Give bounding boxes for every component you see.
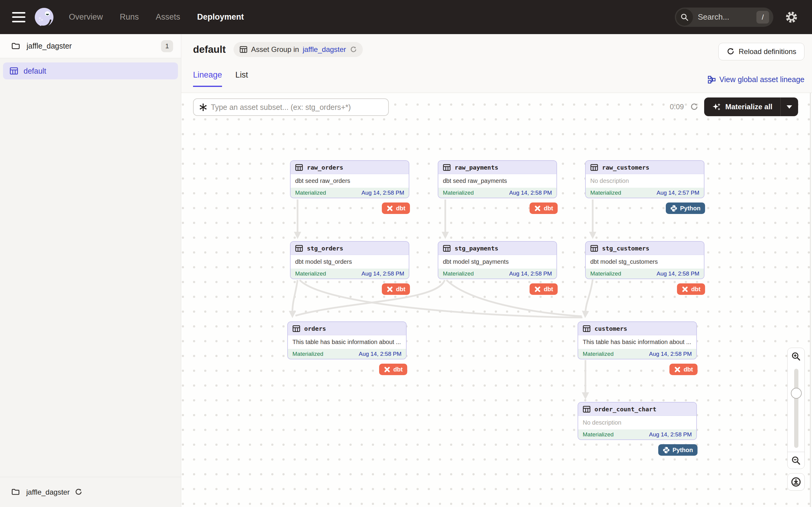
dbt-kind-badge[interactable]: dbt — [669, 363, 698, 375]
code-location-sidebar: jaffle_dagster 1 default jaffle_dagster — [0, 34, 181, 507]
asset-group-icon — [240, 46, 247, 53]
tab-list[interactable]: List — [235, 70, 248, 87]
nav-item-deployment[interactable]: Deployment — [197, 12, 244, 22]
kind-badge-label: Python — [672, 447, 693, 454]
reload-definitions-button[interactable]: Reload definitions — [718, 43, 804, 60]
asset-timestamp: Aug 14, 2:58 PM — [656, 270, 699, 277]
zoom-slider[interactable] — [787, 364, 805, 452]
asset-timestamp: Aug 14, 2:58 PM — [509, 189, 552, 196]
scrollbar-track[interactable] — [810, 93, 811, 507]
nav-item-runs[interactable]: Runs — [120, 12, 139, 22]
dbt-kind-badge[interactable]: dbt — [529, 283, 558, 295]
asset-status: Materialized — [583, 351, 614, 357]
dbt-kind-badge[interactable]: dbt — [529, 203, 558, 214]
python-kind-badge[interactable]: Python — [658, 444, 698, 456]
chevron-down-icon — [786, 105, 792, 109]
view-tabs: Lineage List — [193, 70, 248, 87]
asset-name: orders — [304, 325, 326, 332]
asset-status: Materialized — [590, 189, 621, 196]
table-icon — [295, 164, 303, 171]
export-image-button[interactable] — [787, 473, 805, 491]
refresh-icon[interactable] — [350, 46, 357, 53]
folder-icon — [11, 488, 20, 496]
asset-name: raw_orders — [307, 164, 343, 171]
dbt-icon — [674, 366, 681, 373]
folder-icon — [11, 42, 20, 50]
asset-group-link[interactable]: jaffle_dagster — [303, 45, 346, 54]
sidebar-group-label: jaffle_dagster — [27, 42, 72, 50]
dbt-icon — [386, 286, 393, 293]
asset-timestamp: Aug 14, 2:58 PM — [361, 189, 404, 196]
settings-gear-icon[interactable] — [784, 10, 799, 24]
lineage-canvas[interactable]: Type an asset subset... (ex: stg_orders+… — [181, 93, 812, 507]
nav-menu: Overview Runs Assets Deployment — [69, 12, 244, 22]
dbt-kind-badge[interactable]: dbt — [382, 283, 410, 295]
asset-status: Materialized — [443, 270, 474, 277]
table-icon — [443, 164, 451, 171]
search-input[interactable]: Search... / — [675, 7, 773, 27]
refresh-icon[interactable] — [74, 488, 82, 496]
asset-description: No description — [578, 416, 696, 430]
view-global-asset-lineage-link[interactable]: View global asset lineage — [708, 75, 804, 84]
table-icon — [443, 244, 451, 252]
dbt-kind-badge[interactable]: dbt — [379, 363, 407, 375]
materialize-all-button[interactable]: Materialize all — [704, 98, 798, 116]
sidebar-item-default[interactable]: default — [3, 62, 178, 79]
zoom-slider-track — [794, 369, 798, 448]
kind-badge-label: dbt — [393, 366, 403, 373]
asset-node-stg_orders[interactable]: stg_orders dbt model stg_orders Material… — [290, 241, 409, 279]
asset-node-raw_orders[interactable]: raw_orders dbt seed raw_orders Materiali… — [290, 160, 409, 198]
dbt-kind-badge[interactable]: dbt — [382, 203, 410, 214]
asset-group-badge: Asset Group in jaffle_dagster — [234, 42, 362, 57]
asset-timestamp: Aug 14, 2:57 PM — [656, 189, 699, 196]
asset-timestamp: Aug 14, 2:58 PM — [649, 351, 692, 357]
nav-item-overview[interactable]: Overview — [69, 12, 103, 22]
table-icon — [295, 244, 303, 252]
top-nav: Overview Runs Assets Deployment Search..… — [0, 0, 812, 34]
asset-selector-icon — [199, 103, 207, 111]
materialize-options-dropdown[interactable] — [780, 98, 798, 116]
main-content: default Asset Group in jaffle_dagster Re… — [181, 34, 812, 507]
python-icon — [663, 447, 670, 454]
asset-subset-input[interactable]: Type an asset subset... (ex: stg_orders+… — [193, 98, 389, 116]
asset-status: Materialized — [443, 189, 474, 196]
asset-node-stg_payments[interactable]: stg_payments dbt model stg_payments Mate… — [438, 241, 557, 279]
view-global-asset-lineage-label: View global asset lineage — [719, 75, 804, 84]
asset-description: dbt seed raw_orders — [291, 174, 409, 188]
tab-lineage[interactable]: Lineage — [193, 70, 222, 87]
lineage-edge-stg_orders-to-orders — [292, 280, 298, 312]
lineage-edge-stg_payments-to-orders — [295, 280, 445, 316]
asset-status: Materialized — [590, 270, 621, 277]
asset-node-raw_payments[interactable]: raw_payments dbt seed raw_payments Mater… — [438, 160, 557, 198]
dagster-logo[interactable] — [34, 7, 54, 27]
zoom-in-button[interactable] — [787, 348, 805, 365]
asset-node-customers[interactable]: customers This table has basic informati… — [577, 321, 697, 359]
asset-timestamp: Aug 14, 2:58 PM — [509, 270, 552, 277]
asset-node-orders[interactable]: orders This table has basic information … — [287, 321, 407, 359]
sidebar-item-label: default — [23, 67, 46, 75]
asset-description: This table has basic information about .… — [578, 335, 696, 349]
python-kind-badge[interactable]: Python — [666, 203, 705, 214]
asset-description: dbt model stg_payments — [438, 255, 556, 269]
asset-description: dbt model stg_customers — [586, 255, 704, 269]
asset-group-prefix: Asset Group in — [251, 45, 299, 54]
table-icon — [590, 164, 598, 171]
kind-badge-label: dbt — [396, 286, 405, 293]
asset-node-raw_customers[interactable]: raw_customers No description Materialize… — [585, 160, 704, 198]
sidebar-item-jaffle-dagster[interactable]: jaffle_dagster 1 — [0, 34, 181, 58]
asset-name: stg_customers — [602, 245, 650, 252]
search-shortcut-badge: / — [756, 11, 769, 23]
kind-badge-label: dbt — [544, 205, 553, 212]
zoom-out-button[interactable] — [787, 452, 805, 469]
refresh-icon[interactable] — [690, 103, 698, 111]
asset-node-stg_customers[interactable]: stg_customers dbt model stg_customers Ma… — [585, 241, 704, 279]
zoom-slider-thumb[interactable] — [791, 388, 802, 399]
asset-node-order_count_chart[interactable]: order_count_chart No description Materia… — [577, 402, 697, 440]
nav-item-assets[interactable]: Assets — [156, 12, 180, 22]
asset-timestamp: Aug 14, 2:58 PM — [361, 270, 404, 277]
asset-name: raw_payments — [455, 164, 498, 171]
asset-subset-placeholder: Type an asset subset... (ex: stg_orders+… — [211, 103, 351, 112]
hamburger-menu-icon[interactable] — [12, 12, 26, 22]
asset-description: dbt model stg_orders — [291, 255, 409, 269]
dbt-kind-badge[interactable]: dbt — [677, 283, 705, 295]
